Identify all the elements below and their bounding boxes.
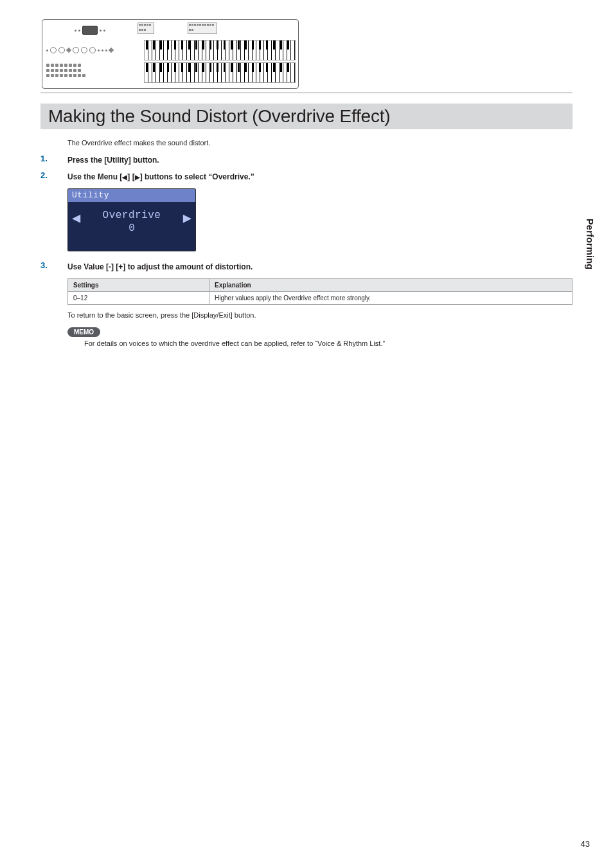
page: Making the Sound Distort (Overdrive Effe… (0, 0, 613, 868)
memo-badge: MEMO (67, 327, 100, 337)
step: 1 Press the [Utility] button. (40, 154, 573, 165)
table-header-row: Settings Explanation (68, 279, 573, 292)
lcd-title: Utility (68, 189, 195, 202)
page-number: 43 (581, 839, 590, 849)
step-number: 3 (40, 260, 48, 270)
table-header-cell: Settings (68, 279, 209, 292)
lcd-param-value: 0 (68, 222, 195, 234)
lcd-body: ◀ ▶ Overdrive 0 (68, 202, 195, 251)
panel-pads-icon (188, 23, 217, 34)
intro-text: The Overdrive effect makes the sound dis… (40, 138, 573, 147)
table-row: 0–12 Higher values apply the Overdrive e… (68, 292, 573, 305)
step-text: Use Value [-] [+] to adjust the amount o… (67, 262, 253, 271)
table-header-cell: Explanation (209, 279, 573, 292)
section-heading: Making the Sound Distort (Overdrive Effe… (40, 104, 573, 129)
step: 2 Use the Menu [◀] [▶] buttons to select… (40, 170, 573, 182)
table-cell-setting: 0–12 (68, 292, 209, 305)
step-number: 2 (40, 170, 48, 180)
return-note: To return to the basic screen, press the… (67, 311, 573, 319)
panel-pedal-icon (45, 62, 141, 83)
step-text-part: Use the Menu [ (67, 172, 122, 181)
panel-pads-icon (138, 23, 154, 34)
table-cell-explanation: Higher values apply the Overdrive effect… (209, 292, 573, 305)
memo-text: For details on voices to which the overd… (84, 339, 573, 347)
lcd-param-name: Overdrive (68, 210, 195, 221)
panel-controls-icon (45, 40, 141, 60)
steps-list: 3 Use Value [-] [+] to adjust the amount… (40, 260, 573, 272)
device-lcd: Utility ◀ ▶ Overdrive 0 (67, 188, 196, 251)
steps-list: 1 Press the [Utility] button. 2 Use the … (40, 154, 573, 182)
step: 3 Use Value [-] [+] to adjust the amount… (40, 260, 573, 272)
step-text-part: ] buttons to select “Overdrive.” (140, 172, 254, 181)
triangle-right-icon: ▶ (135, 174, 140, 181)
device-panel-diagram (42, 19, 299, 89)
step-text: Press the [Utility] button. (67, 156, 159, 165)
horizontal-rule (40, 93, 573, 93)
step-number: 1 (40, 154, 48, 163)
panel-lcd-icon (82, 26, 98, 35)
settings-table: Settings Explanation 0–12 Higher values … (67, 278, 573, 305)
step-text: Use the Menu [◀] [▶] buttons to select “… (67, 172, 254, 181)
side-tab-label: Performing (585, 219, 595, 269)
keyboard-icon (144, 62, 296, 83)
panel-top-controls (45, 23, 135, 38)
keyboard-icon (144, 40, 296, 60)
step-text-part: ] [ (127, 172, 134, 181)
